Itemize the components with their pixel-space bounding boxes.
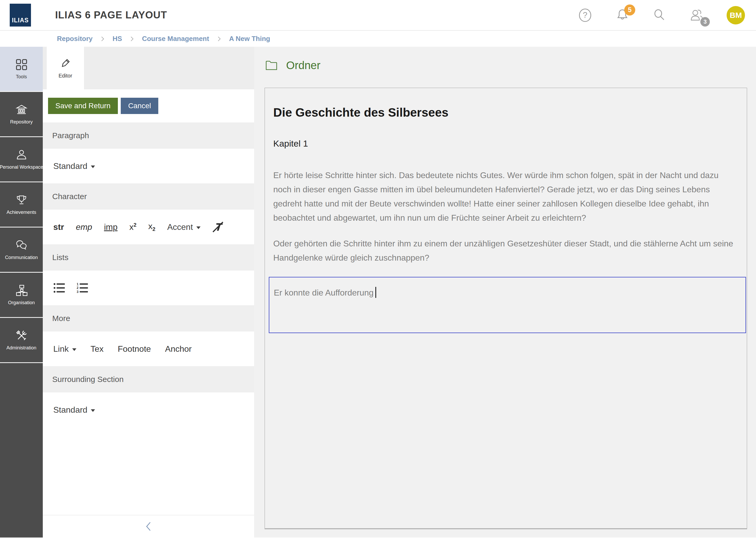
chevron-down-icon: [91, 166, 95, 168]
folder-icon: [264, 59, 278, 72]
accent-dropdown[interactable]: Accent: [167, 222, 201, 232]
tab-editor-label: Editor: [59, 73, 72, 79]
workspace: Ordner Die Geschichte des Silbersees Kap…: [254, 47, 756, 537]
breadcrumb-repository[interactable]: Repository: [57, 35, 93, 43]
lists-section-row: 1 2 3: [43, 271, 254, 305]
save-and-return-button[interactable]: Save and Return: [48, 98, 118, 114]
chevron-down-icon: [196, 227, 201, 229]
clear-format-icon: [213, 221, 223, 233]
paragraph-section-header: Paragraph: [43, 123, 254, 149]
contacts-badge: 3: [700, 17, 710, 27]
sidebar-item-label: Administration: [6, 345, 36, 351]
object-title: Ordner: [286, 59, 320, 72]
cancel-button[interactable]: Cancel: [121, 98, 158, 114]
sidebar-item-organisation[interactable]: Organisation: [0, 273, 43, 318]
editor-actions: Save and Return Cancel: [43, 89, 254, 123]
sidebar-item-communication[interactable]: Communication: [0, 228, 43, 273]
superscript-exp: 2: [134, 222, 136, 228]
svg-text:2: 2: [77, 286, 78, 290]
paragraph-section-row: Standard: [43, 149, 254, 183]
superscript-button[interactable]: x2: [129, 222, 136, 232]
superscript-base: x: [129, 222, 134, 232]
notifications-button[interactable]: 5: [615, 8, 630, 23]
sidebar-item-label: Personal Workspace: [0, 164, 43, 170]
active-edit-area[interactable]: Er konnte die Aufforderung: [269, 277, 746, 333]
strong-button[interactable]: str: [53, 222, 64, 232]
anchor-button[interactable]: Anchor: [165, 344, 192, 354]
document-paragraph-2[interactable]: Oder gehörten die Schritte hinter ihm zu…: [273, 237, 736, 265]
editor-panel-filler: [43, 427, 254, 515]
chevron-down-icon: [72, 348, 76, 351]
help-icon: ?: [578, 8, 592, 22]
avatar[interactable]: BM: [727, 6, 745, 25]
sidebar-item-label: Achievements: [7, 210, 36, 215]
search-button[interactable]: [652, 8, 667, 23]
wrench-screwdriver-icon: [16, 330, 27, 342]
breadcrumb-a-new-thing[interactable]: A New Thing: [229, 35, 270, 43]
body-row: Tools Repository: [0, 47, 756, 537]
grid-icon: [16, 59, 27, 71]
chevron-down-icon: [91, 409, 95, 412]
chat-bubbles-icon: [16, 239, 27, 251]
document-subheading[interactable]: Kapitel 1: [273, 138, 736, 149]
pencil-icon: [60, 58, 71, 69]
character-section-row: str emp imp x2 x2 Accent: [43, 210, 254, 244]
numbered-list-icon: 1 2 3: [76, 282, 88, 294]
trophy-icon: [16, 194, 27, 206]
sidebar-item-repository[interactable]: Repository: [0, 92, 43, 137]
more-section-header: More: [43, 305, 254, 332]
surrounding-style-dropdown[interactable]: Standard: [53, 405, 95, 415]
page-title-header: ILIAS 6 PAGE LAYOUT: [55, 10, 167, 21]
contacts-button[interactable]: 3: [689, 8, 705, 23]
editor-panel: Editor Save and Return Cancel Paragraph …: [43, 47, 254, 537]
subscript-idx: 2: [153, 227, 155, 232]
accent-label: Accent: [167, 222, 193, 232]
link-dropdown[interactable]: Link: [53, 344, 76, 354]
clear-format-button[interactable]: [213, 221, 223, 233]
chevron-right-icon: [217, 35, 221, 42]
svg-text:1: 1: [77, 282, 78, 286]
editing-text: Er konnte die Aufforderung: [274, 288, 374, 297]
avatar-initials: BM: [730, 11, 742, 20]
object-header: Ordner: [264, 57, 747, 74]
sidebar-item-administration[interactable]: Administration: [0, 318, 43, 363]
breadcrumb-course-management[interactable]: Course Management: [142, 35, 209, 43]
paragraph-style-value: Standard: [53, 161, 87, 171]
bank-icon: [16, 104, 27, 116]
tab-editor[interactable]: Editor: [47, 47, 84, 89]
link-label: Link: [53, 344, 69, 354]
document-heading[interactable]: Die Geschichte des Silbersees: [273, 105, 736, 120]
page-editor-content: Die Geschichte des Silbersees Kapitel 1 …: [264, 88, 747, 528]
sidebar-item-achievements[interactable]: Achievements: [0, 182, 43, 228]
footnote-button[interactable]: Footnote: [118, 344, 151, 354]
lists-section-header: Lists: [43, 244, 254, 271]
surrounding-section-row: Standard: [43, 393, 254, 427]
numbered-list-button[interactable]: 1 2 3: [76, 282, 88, 294]
ilias-logo[interactable]: ILIAS: [10, 4, 31, 27]
document-paragraph-1[interactable]: Er hörte leise Schritte hinter sich. Das…: [273, 168, 736, 225]
svg-text:?: ?: [583, 11, 587, 20]
help-button[interactable]: ?: [578, 8, 593, 23]
sidebar-item-tools[interactable]: Tools: [0, 47, 43, 92]
emphasis-button[interactable]: emp: [76, 222, 92, 232]
sidebar-item-label: Organisation: [8, 300, 35, 305]
breadcrumb-hs[interactable]: HS: [113, 35, 122, 43]
breadcrumb: Repository HS Course Management A New Th…: [0, 31, 756, 47]
character-section-header: Character: [43, 183, 254, 210]
collapse-panel-button[interactable]: [43, 515, 254, 537]
tex-button[interactable]: Tex: [91, 344, 104, 354]
sidebar-item-personal-workspace[interactable]: Personal Workspace: [0, 137, 43, 182]
main-bar: Tools Repository: [0, 47, 43, 537]
editor-tab-strip: Editor: [43, 47, 254, 89]
paragraph-style-dropdown[interactable]: Standard: [53, 161, 95, 171]
sidebar-item-label: Communication: [5, 255, 38, 260]
top-bar: ILIAS ILIAS 6 PAGE LAYOUT ?: [0, 0, 756, 31]
bullet-list-button[interactable]: [53, 282, 65, 294]
notifications-badge: 5: [624, 4, 635, 16]
person-icon: [16, 149, 27, 161]
chevron-right-icon: [101, 35, 105, 42]
chevron-right-icon: [130, 35, 134, 42]
subscript-button[interactable]: x2: [148, 221, 155, 232]
important-button[interactable]: imp: [104, 222, 118, 232]
collapse-left-icon: [144, 520, 154, 532]
